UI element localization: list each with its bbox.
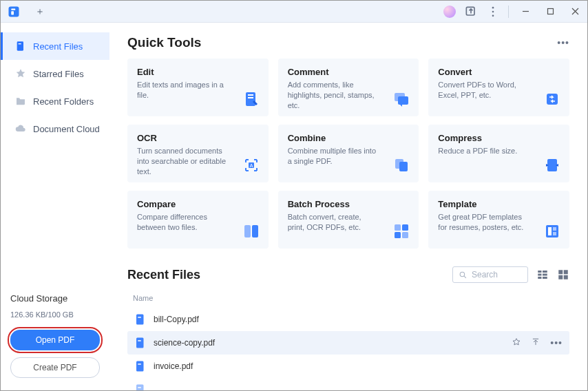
upload-icon[interactable] [531,337,540,349]
svg-point-5 [492,10,494,12]
pdf-file-icon [134,313,147,326]
svg-rect-20 [547,159,557,171]
svg-rect-19 [399,162,408,171]
titlebar: ＋ [1,1,587,23]
storage-heading: Cloud Storage [10,293,100,304]
edit-icon [242,90,260,108]
open-pdf-button[interactable]: Open PDF [10,330,100,350]
create-pdf-button[interactable]: Create PDF [10,357,100,378]
share-icon[interactable] [464,5,478,19]
folder-icon [15,96,26,107]
tool-combine[interactable]: Combine Combine multiple files into a si… [278,125,419,182]
svg-rect-25 [395,232,401,238]
view-grid-icon[interactable] [557,268,569,281]
svg-rect-11 [248,94,253,96]
tool-edit[interactable]: Edit Edit texts and images in a file. [127,59,269,116]
storage-value: 126.36 KB/100 GB [10,310,100,319]
sidebar-item-recent-files[interactable]: Recent Files [1,32,109,60]
recent-files-header: Recent Files Search [127,266,569,283]
sidebar-item-label: Starred Files [33,69,84,79]
tool-desc: Compare differences between two files. [137,212,227,233]
sidebar-item-starred-files[interactable]: Starred Files [1,60,109,87]
recent-files-tools: Search [452,266,569,283]
sidebar-item-label: Recent Folders [33,96,94,107]
svg-rect-29 [553,227,556,231]
maximize-button[interactable] [542,5,558,19]
svg-rect-38 [558,270,563,274]
svg-rect-45 [138,340,141,341]
svg-rect-37 [543,277,547,279]
tool-desc: Add comments, like highlights, pencil, s… [288,80,377,111]
tools-grid: Edit Edit texts and images in a file. Co… [127,59,569,249]
svg-rect-8 [17,41,23,50]
svg-rect-7 [547,9,553,14]
tool-template[interactable]: Template Get great PDF templates for res… [428,191,569,249]
svg-rect-49 [138,387,141,388]
quick-tools-more-icon[interactable]: ••• [557,37,569,48]
svg-rect-41 [564,275,568,279]
compress-icon [543,156,561,174]
tool-desc: Batch convert, create, print, OCR PDFs, … [288,212,377,233]
ocr-icon: A [242,156,260,174]
search-icon [459,271,468,279]
svg-rect-24 [402,224,408,231]
svg-rect-36 [538,277,541,279]
file-name: invoice.pdf [154,361,193,371]
tool-title: Edit [137,67,259,77]
tool-desc: Reduce a PDF file size. [438,146,527,156]
tool-convert[interactable]: Convert Convert PDFs to Word, Excel, PPT… [428,59,569,116]
tool-comment[interactable]: Comment Add comments, like highlights, p… [278,59,419,116]
file-row[interactable]: invoice.pdf [127,355,569,378]
tool-desc: Turn scanned documents into searchable o… [137,146,227,177]
recent-files-title: Recent Files [127,268,200,282]
svg-rect-42 [136,315,144,325]
tool-title: Batch Process [288,199,410,209]
quick-tools-header: Quick Tools ••• [127,35,569,50]
sidebar-bottom: Cloud Storage 126.36 KB/100 GB Open PDF … [1,285,109,390]
svg-rect-44 [136,338,144,348]
file-row[interactable]: bill-Copy.pdf [127,308,569,331]
file-name: science-copy.pdf [154,338,215,348]
svg-rect-27 [546,225,558,237]
tool-ocr[interactable]: OCR Turn scanned documents into searchab… [127,125,269,182]
tool-batch-process[interactable]: Batch Process Batch convert, create, pri… [278,191,419,249]
view-list-icon[interactable] [536,268,549,281]
tool-desc: Get great PDF templates for resumes, pos… [438,212,527,233]
svg-rect-28 [548,227,552,235]
star-outline-icon[interactable] [512,337,521,349]
svg-point-4 [492,6,494,8]
svg-rect-21 [244,225,251,237]
user-avatar[interactable] [443,6,456,18]
svg-rect-1 [11,8,15,10]
cloud-icon [15,123,26,134]
close-button[interactable] [567,5,583,19]
tool-desc: Combine multiple files into a single PDF… [288,146,377,167]
batch-icon [392,222,410,240]
svg-text:A: A [249,163,253,168]
search-input[interactable]: Search [452,266,528,283]
content-area: Quick Tools ••• Edit Edit texts and imag… [109,23,587,390]
svg-rect-47 [138,363,141,365]
svg-rect-9 [19,43,21,44]
combine-icon [392,156,410,174]
tool-title: Comment [288,67,410,77]
sidebar-item-document-cloud[interactable]: Document Cloud [1,115,109,142]
more-icon[interactable]: ••• [550,337,563,348]
sidebar-item-recent-folders[interactable]: Recent Folders [1,87,109,115]
svg-rect-3 [466,7,474,15]
tool-compare[interactable]: Compare Compare differences between two … [127,191,269,249]
comment-icon [392,90,410,108]
pdf-file-icon [134,360,147,372]
row-actions: ••• [512,337,563,349]
titlebar-right [443,5,585,19]
tool-compress[interactable]: Compress Reduce a PDF file size. [428,125,569,182]
pdf-file-icon [134,383,147,390]
svg-rect-22 [252,225,258,237]
file-row[interactable] [127,378,569,390]
new-tab-button[interactable]: ＋ [34,6,46,18]
svg-rect-12 [248,97,253,98]
tool-desc: Convert PDFs to Word, Excel, PPT, etc. [438,80,527,101]
minimize-button[interactable] [517,5,534,19]
file-row[interactable]: science-copy.pdf ••• [127,331,569,355]
kebab-menu-icon[interactable] [486,5,500,19]
